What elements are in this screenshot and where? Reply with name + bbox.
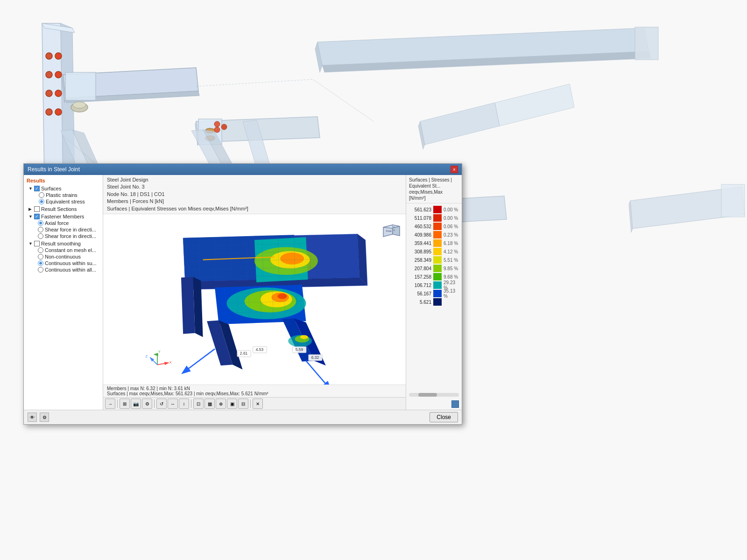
axial-force-radio[interactable] — [38, 220, 43, 226]
shear-force-1-radio[interactable] — [38, 227, 43, 232]
surfaces-toggle: ▼ — [28, 186, 33, 191]
axial-force-item[interactable]: Axial force — [27, 220, 100, 226]
toolbar-arrow[interactable]: → — [105, 399, 115, 409]
fastener-members-section: ▼ ✓ Fastener Members Axial force Shear f… — [27, 213, 100, 239]
right-panel-footer — [406, 399, 462, 410]
legend-row: 359.441 6.18 % — [409, 239, 459, 247]
toolbar-plus[interactable]: ⊕ — [216, 399, 226, 409]
toolbar-grid[interactable]: ⊞ — [120, 399, 130, 409]
3d-viewport[interactable]: 2.61 4.53 5.59 6.32 — [103, 214, 406, 385]
legend-row: 258.349 5.51 % — [409, 256, 459, 264]
legend-row: 561.623 0.00 % — [409, 205, 459, 214]
result-smoothing-label: Result smoothing — [41, 241, 81, 246]
legend-color-swatch — [433, 239, 442, 247]
fastener-members-label: Fastener Members — [41, 214, 84, 219]
equivalent-stress-label: Equivalent stress — [46, 199, 85, 204]
fastener-members-checkbox[interactable]: ✓ — [34, 214, 40, 219]
continuous-within-su-radio[interactable] — [38, 260, 43, 266]
center-footer: Members | max N: 6.32 | min N: 3.61 kN S… — [103, 385, 406, 397]
non-continuous-radio[interactable] — [38, 254, 43, 259]
legend-scrollbar[interactable] — [409, 393, 459, 397]
surfaces-section: ▼ ✓ Surfaces Plastic strains Equivalent … — [27, 185, 100, 205]
legend-row: 409.986 0.23 % — [409, 231, 459, 239]
toolbar-close-x[interactable]: ✕ — [253, 399, 263, 409]
results-dialog: Results in Steel Joint × Results ▼ ✓ Sur… — [23, 163, 462, 425]
svg-text:Z: Z — [146, 354, 148, 358]
settings-icon-btn[interactable]: ⚙ — [40, 413, 49, 422]
dialog-bottom-bar: 👁 ⚙ Close — [24, 410, 462, 424]
fastener-members-folder[interactable]: ▼ ✓ Fastener Members — [27, 213, 100, 220]
continuous-within-su-label: Continuous within su... — [45, 260, 97, 266]
result-sections-checkbox[interactable] — [34, 206, 40, 212]
result-sections-toggle: ▶ — [28, 207, 33, 211]
toolbar-flip-v[interactable]: ↕ — [179, 399, 189, 409]
equivalent-stress-item[interactable]: Equivalent stress — [27, 198, 100, 205]
svg-point-38 — [214, 127, 220, 133]
toolbar-sep4 — [250, 399, 251, 408]
legend-color-swatch — [433, 265, 442, 272]
svg-point-20 — [46, 109, 52, 115]
svg-marker-8 — [42, 23, 63, 177]
legend-color-swatch — [433, 290, 442, 297]
plastic-strains-toggle — [33, 193, 38, 197]
toolbar-minus[interactable]: ⊟ — [238, 399, 248, 409]
toolbar-sep1 — [117, 399, 118, 408]
legend-row: 308.895 4.12 % — [409, 247, 459, 256]
toolbar-box[interactable]: ▣ — [227, 399, 237, 409]
fastener-toggle: ▼ — [28, 214, 33, 219]
bottom-toolbar: → ⊞ 📷 ⚙ ↺ ↔ ↕ ⊡ ▦ ⊕ ▣ ⊟ ✕ — [103, 397, 406, 410]
toolbar-zoom-fit[interactable]: ⊡ — [193, 399, 204, 409]
non-continuous-item[interactable]: Non-continuous — [27, 253, 100, 260]
toolbar-mesh[interactable]: ▦ — [204, 399, 215, 409]
svg-text:2.61: 2.61 — [240, 351, 248, 356]
surfaces-checkbox[interactable]: ✓ — [34, 186, 40, 191]
dialog-title: Results in Steel Joint — [28, 166, 80, 173]
left-panel: Results ▼ ✓ Surfaces Plastic strains Equ — [24, 175, 103, 410]
dialog-close-button[interactable]: × — [451, 166, 458, 173]
result-smoothing-section: ▼ Result smoothing Constant on mesh el..… — [27, 240, 100, 273]
result-sections-folder[interactable]: ▶ Result Sections — [27, 206, 100, 212]
svg-point-16 — [46, 71, 52, 78]
equivalent-stress-radio[interactable] — [39, 199, 44, 204]
toolbar-camera[interactable]: 📷 — [131, 399, 141, 409]
result-sections-section: ▶ Result Sections — [27, 206, 100, 212]
legend-row: 511.078 0.00 % — [409, 214, 459, 222]
constant-mesh-item[interactable]: Constant on mesh el... — [27, 247, 100, 253]
continuous-within-su-item[interactable]: Continuous within su... — [27, 260, 100, 266]
continuous-within-all-radio[interactable] — [38, 267, 43, 273]
axial-force-label: Axial force — [45, 220, 69, 226]
legend-color-swatch — [433, 281, 442, 289]
svg-point-87 — [277, 294, 287, 299]
result-smoothing-checkbox[interactable] — [34, 241, 40, 246]
close-button[interactable]: Close — [430, 412, 458, 422]
shear-force-2-item[interactable]: Shear force in directi... — [27, 233, 100, 239]
surfaces-folder[interactable]: ▼ ✓ Surfaces — [27, 185, 100, 192]
svg-rect-41 — [721, 184, 745, 217]
legend-scrollbar-thumb[interactable] — [418, 393, 437, 397]
toolbar-flip-h[interactable]: ↔ — [168, 399, 178, 409]
cube-navigator[interactable]: Front R Top — [379, 218, 402, 241]
plastic-strains-item[interactable]: Plastic strains — [27, 192, 100, 198]
shear-force-2-radio[interactable] — [38, 233, 43, 239]
right-panel: Surfaces | Stresses | Equivalent St... σ… — [406, 175, 462, 410]
constant-mesh-radio[interactable] — [38, 247, 43, 253]
continuous-within-all-label: Continuous within all... — [45, 267, 96, 273]
svg-rect-22 — [65, 72, 96, 100]
shear-force-1-item[interactable]: Shear force in directi... — [27, 226, 100, 233]
plastic-strains-radio[interactable] — [39, 192, 44, 198]
svg-marker-74 — [181, 277, 195, 334]
eye-icon-btn[interactable]: 👁 — [28, 413, 37, 422]
svg-point-36 — [214, 121, 220, 127]
center-panel: Steel Joint Design Steel Joint No. 3 Nod… — [103, 175, 406, 410]
continuous-within-all-item[interactable]: Continuous within all... — [27, 266, 100, 273]
svg-text:5.59: 5.59 — [296, 347, 303, 352]
svg-point-15 — [55, 53, 62, 59]
svg-point-58 — [280, 252, 304, 264]
result-sections-label: Result Sections — [41, 206, 77, 212]
toolbar-sep3 — [191, 399, 191, 408]
legend-settings-btn[interactable] — [451, 400, 459, 408]
toolbar-gear[interactable]: ⚙ — [142, 399, 152, 409]
toolbar-rotate[interactable]: ↺ — [156, 399, 167, 409]
header-line4: Members | Forces N [kN] — [107, 198, 402, 205]
result-smoothing-folder[interactable]: ▼ Result smoothing — [27, 240, 100, 247]
